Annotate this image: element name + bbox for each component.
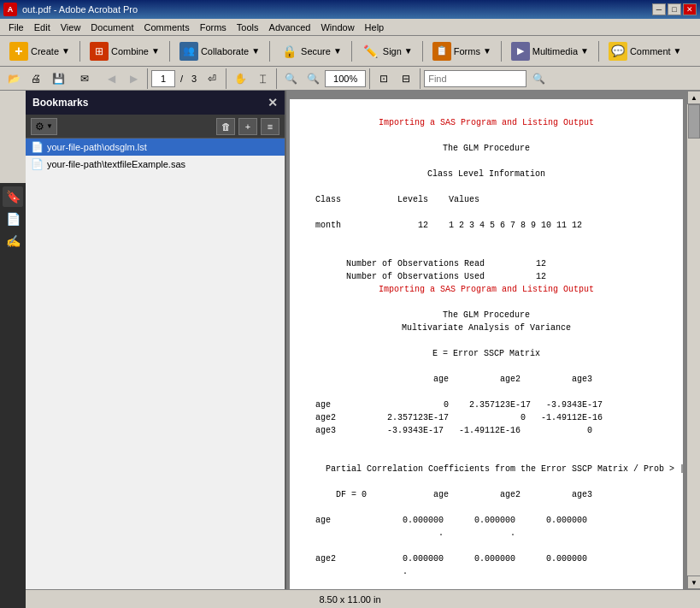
combine-button[interactable]: ⊞ Combine ▼: [84, 39, 166, 63]
scroll-thumb[interactable]: [688, 104, 700, 139]
close-button[interactable]: ✕: [683, 3, 697, 15]
bookmarks-panel-icon[interactable]: 🔖: [3, 186, 23, 207]
pdf-class-header: Class Levels Values: [315, 193, 657, 206]
pdf-line-title: Importing a SAS Program and Listing Outp…: [315, 116, 657, 129]
page-input[interactable]: [151, 70, 175, 87]
select-tool-button[interactable]: ⌶: [252, 69, 273, 88]
pdf-glm-proc2: The GLM Procedure: [315, 309, 657, 322]
fit-page-button[interactable]: ⊡: [374, 69, 394, 88]
pdf-glm-proc: The GLM Procedure: [315, 142, 657, 155]
page-separator: /: [177, 74, 186, 84]
pdf-title2: Importing a SAS Program and Listing Outp…: [315, 283, 657, 296]
pdf-matrix-age: age 0 2.357123E-17 -3.9343E-17: [315, 398, 657, 411]
open-button[interactable]: 📂: [3, 69, 24, 88]
find-box: 🔍: [424, 69, 549, 88]
sign-button[interactable]: ✏️ Sign ▼: [356, 39, 419, 63]
pdf-partial-corr: Partial Correlation Coefficients from th…: [315, 463, 657, 475]
find-button[interactable]: 🔍: [528, 69, 549, 88]
bookmark-list: 📄 your-file-path\odsglm.lst 📄 your-file-…: [26, 139, 285, 589]
expand-bookmark-button[interactable]: ≡: [261, 118, 279, 135]
back-button[interactable]: ◀: [101, 69, 121, 88]
separator-1: [79, 41, 80, 62]
bookmark-item-1[interactable]: 📄 your-file-path\textfileExample.sas: [26, 156, 285, 173]
pdf-obs-read: Number of Observations Read 12: [315, 257, 657, 270]
pdf-corr-age2-dot: .: [315, 565, 657, 578]
separator-4: [351, 41, 352, 62]
zoom-in-button[interactable]: 🔍: [303, 69, 323, 88]
separator-6: [501, 41, 502, 62]
forms-button[interactable]: 📋 Forms ▼: [426, 39, 497, 63]
zoom-out-button[interactable]: 🔍: [280, 69, 301, 88]
separator-nav1: [147, 68, 148, 89]
pdf-matrix-age3: age3 -3.9343E-17 -1.49112E-16 0: [315, 424, 657, 437]
bookmark-item-0[interactable]: 📄 your-file-path\odsglm.lst: [26, 139, 285, 156]
multimedia-button[interactable]: ▶ Multimedia ▼: [505, 39, 595, 63]
print-button[interactable]: 🖨: [26, 69, 46, 88]
pdf-page: Importing a SAS Program and Listing Outp…: [290, 99, 683, 589]
add-bookmark-button[interactable]: +: [238, 118, 257, 135]
zoom-input[interactable]: [325, 70, 366, 87]
forward-button[interactable]: ▶: [123, 69, 144, 88]
go-to-page-button[interactable]: ⏎: [202, 69, 222, 88]
collaborate-icon: 👥: [179, 42, 198, 61]
scroll-up-button[interactable]: ▲: [687, 91, 700, 104]
title-bar: A out.pdf - Adobe Acrobat Pro ─ □ ✕: [0, 0, 700, 19]
pdf-obs-used: Number of Observations Used 12: [315, 270, 657, 283]
menu-view[interactable]: View: [56, 21, 86, 34]
pdf-error-sscp: E = Error SSCP Matrix: [315, 347, 657, 360]
create-button[interactable]: + Create ▼: [3, 39, 76, 63]
main-toolbar: + Create ▼ ⊞ Combine ▼ 👥 Collaborate ▼ 🔒…: [0, 36, 700, 67]
delete-bookmark-button[interactable]: 🗑: [216, 118, 235, 135]
pdf-df: DF = 0 age age2 age3: [315, 488, 657, 501]
pdf-month: month 12 1 2 3 4 5 6 7 8 9 10 11 12: [315, 219, 657, 232]
scroll-track[interactable]: [687, 104, 700, 576]
menu-window[interactable]: Window: [315, 21, 359, 34]
pdf-area: Importing a SAS Program and Listing Outp…: [286, 91, 686, 589]
separator-2: [169, 41, 170, 62]
menu-help[interactable]: Help: [360, 21, 390, 34]
sign-icon: ✏️: [362, 42, 380, 61]
sidebar-close-button[interactable]: ✕: [268, 96, 278, 109]
separator-3: [269, 41, 270, 62]
pdf-corr-age: age 0.000000 0.000000 0.000000: [315, 514, 657, 527]
sidebar-toolbar: ⚙ ▼ 🗑 + ≡: [26, 115, 285, 139]
menu-edit[interactable]: Edit: [29, 21, 56, 34]
save-button[interactable]: 💾: [48, 69, 68, 88]
bookmark-label-1: your-file-path\textfileExample.sas: [47, 159, 185, 169]
maximize-button[interactable]: □: [668, 3, 681, 15]
nav-toolbar: 📂 🖨 💾 ✉ ◀ ▶ / 3 ⏎ ✋ ⌶ 🔍 🔍 ⊡ ⊟ 🔍: [0, 67, 700, 91]
pdf-matrix-age2: age2 2.357123E-17 0 -1.49112E-16: [315, 411, 657, 424]
sidebar-options-button[interactable]: ⚙ ▼: [31, 118, 57, 135]
sidebar-panel: Bookmarks ✕ ⚙ ▼ 🗑 + ≡ 📄 your-file-path\o…: [26, 91, 286, 589]
sidebar-title: Bookmarks: [32, 97, 88, 109]
collaborate-button[interactable]: 👥 Collaborate ▼: [174, 39, 266, 63]
vertical-scrollbar[interactable]: ▲ ▼: [686, 91, 700, 589]
menu-tools[interactable]: Tools: [232, 21, 264, 34]
status-bar: 8.50 x 11.00 in: [0, 589, 700, 608]
pages-panel-icon[interactable]: 📄: [3, 209, 23, 229]
page-size-status: 8.50 x 11.00 in: [319, 594, 380, 605]
pdf-matrix-header: age age2 age3: [315, 373, 657, 386]
secure-button[interactable]: 🔒 Secure ▼: [274, 39, 348, 63]
find-input[interactable]: [424, 70, 526, 87]
menu-file[interactable]: File: [3, 21, 29, 34]
separator-nav5: [420, 68, 421, 89]
menu-comments[interactable]: Comments: [139, 21, 195, 34]
pdf-manova: Multivariate Analysis of Variance: [315, 322, 657, 334]
hand-tool-button[interactable]: ✋: [230, 69, 250, 88]
menu-advanced[interactable]: Advanced: [264, 21, 316, 34]
pdf-corr-age-dots: . .: [315, 527, 657, 540]
signatures-panel-icon[interactable]: ✍: [3, 231, 23, 251]
fit-width-button[interactable]: ⊟: [396, 69, 416, 88]
separator-nav2: [226, 68, 226, 89]
comment-button[interactable]: 💬 Comment ▼: [603, 39, 688, 63]
menu-forms[interactable]: Forms: [195, 21, 232, 34]
minimize-button[interactable]: ─: [652, 3, 666, 15]
separator-nav4: [369, 68, 370, 89]
window-title: out.pdf - Adobe Acrobat Pro: [22, 4, 138, 15]
left-panel-icons: 🔖 📄 ✍ 💬 📎: [0, 183, 26, 608]
email-button[interactable]: ✉: [70, 69, 99, 88]
scroll-down-button[interactable]: ▼: [687, 576, 700, 589]
menu-document[interactable]: Document: [85, 21, 138, 34]
secure-icon: 🔒: [279, 42, 298, 61]
